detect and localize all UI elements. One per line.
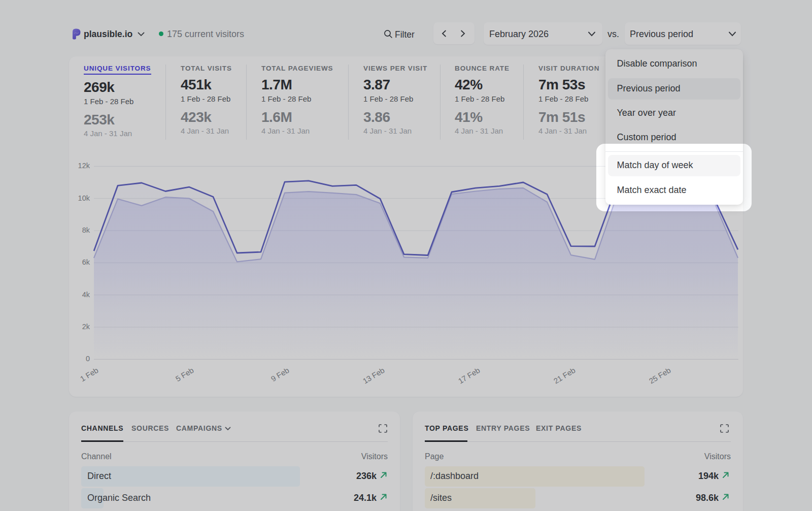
svg-text:2k: 2k xyxy=(82,323,90,331)
svg-text:6k: 6k xyxy=(82,258,90,266)
svg-text:1 Feb: 1 Feb xyxy=(79,366,100,383)
svg-text:12k: 12k xyxy=(78,162,90,170)
svg-text:10k: 10k xyxy=(78,194,90,202)
svg-text:0: 0 xyxy=(86,355,90,363)
svg-text:17 Feb: 17 Feb xyxy=(457,366,482,386)
svg-text:4k: 4k xyxy=(82,291,90,299)
svg-text:9 Feb: 9 Feb xyxy=(269,366,291,383)
svg-text:5 Feb: 5 Feb xyxy=(174,366,195,383)
svg-text:13 Feb: 13 Feb xyxy=(361,366,386,386)
svg-text:21 Feb: 21 Feb xyxy=(552,366,577,386)
svg-text:25 Feb: 25 Feb xyxy=(648,366,672,386)
svg-text:8k: 8k xyxy=(82,226,90,234)
